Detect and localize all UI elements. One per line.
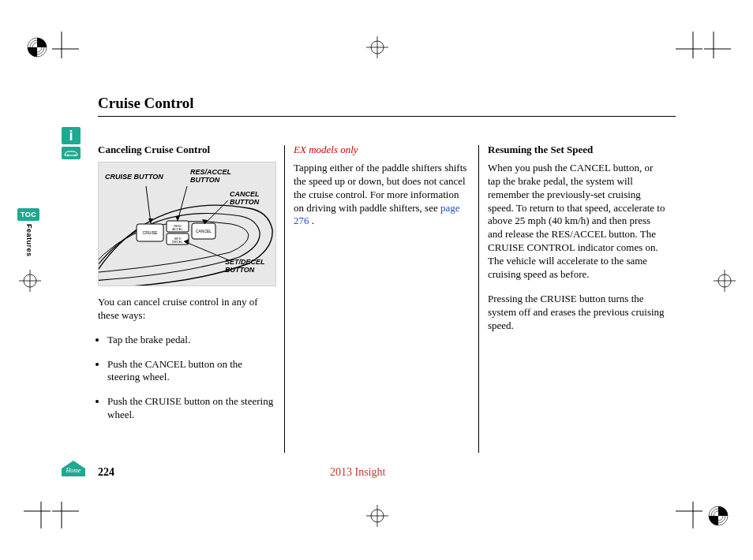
column-2: EX models only Tapping either of the pad…: [294, 144, 471, 239]
col2-body: Tapping either of the paddle shifters sh…: [294, 162, 471, 228]
registration-mark-icon: [707, 505, 729, 527]
figure-label-res: RES/ACCEL BUTTON: [190, 169, 238, 185]
crop-mark-icon: [676, 32, 702, 58]
registration-mark-icon: [26, 36, 48, 58]
svg-point-31: [74, 155, 77, 157]
svg-text:ACCEL: ACCEL: [172, 227, 183, 231]
crop-mark-icon: [52, 502, 79, 528]
figure-label-set: SET/DECEL BUTTON: [225, 259, 272, 274]
col3-p2: Pressing the CRUISE button turns the sys…: [488, 293, 665, 333]
col1-bullets: Tap the brake pedal. Push the CANCEL but…: [98, 334, 275, 422]
svg-marker-47: [148, 218, 153, 223]
crop-mark-icon: [24, 502, 51, 528]
crosshair-icon: [19, 270, 41, 292]
crop-mark-icon: [704, 32, 731, 58]
figure-label-cruise: CRUISE BUTTON: [105, 174, 163, 181]
svg-line-43: [146, 186, 151, 223]
column-1: Canceling Cruise Control CRUISE RES/ ACC…: [98, 144, 275, 433]
crop-mark-icon: [52, 32, 79, 58]
svg-marker-48: [175, 216, 180, 221]
crop-mark-icon: [676, 502, 702, 528]
figure-label-cancel: CANCEL BUTTON: [230, 191, 269, 207]
svg-line-45: [204, 200, 228, 224]
col1-heading: Canceling Cruise Control: [98, 144, 275, 157]
crosshair-icon: [366, 36, 388, 58]
crosshair-icon: [714, 270, 736, 292]
svg-text:CANCEL: CANCEL: [196, 229, 212, 233]
svg-text:CRUISE: CRUISE: [143, 230, 159, 235]
col3-heading: Resuming the Set Speed: [488, 144, 665, 157]
column-3: Resuming the Set Speed When you push the…: [488, 144, 665, 344]
col1-intro: You can cancel cruise control in any of …: [98, 296, 275, 323]
page-title: Cruise Control: [98, 95, 194, 112]
svg-text:Home: Home: [65, 467, 81, 474]
section-tab[interactable]: Features: [25, 224, 33, 257]
title-rule: [98, 116, 676, 117]
car-icon[interactable]: [62, 147, 81, 159]
col3-p1: When you push the CANCEL button, or tap …: [488, 162, 665, 282]
svg-point-30: [67, 155, 69, 157]
col2-body-b: .: [309, 215, 315, 226]
info-icon[interactable]: i: [62, 127, 81, 144]
svg-text:DECEL: DECEL: [172, 240, 183, 244]
steering-wheel-figure: CRUISE RES/ ACCEL SET/ DECEL CANCEL CRUI…: [98, 162, 276, 286]
list-item: Tap the brake pedal.: [107, 334, 275, 347]
column-divider: [478, 145, 479, 453]
list-item: Push the CRUISE button on the steering w…: [107, 395, 275, 422]
column-divider: [284, 145, 285, 453]
model-year: 2013 Insight: [330, 466, 385, 479]
crosshair-icon: [366, 505, 388, 527]
toc-button[interactable]: TOC: [17, 208, 39, 221]
list-item: Push the CANCEL button on the steering w…: [107, 358, 275, 385]
page-number: 224: [98, 466, 114, 479]
col2-heading: EX models only: [294, 144, 471, 157]
home-button[interactable]: Home: [60, 459, 87, 476]
